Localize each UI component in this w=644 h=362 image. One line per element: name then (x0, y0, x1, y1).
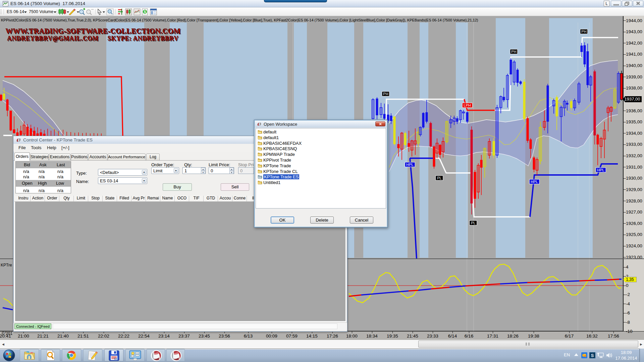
svg-text:HPL: HPL (406, 163, 413, 167)
svg-text:PH: PH (581, 29, 586, 34)
svg-text:7500 Volume: 7500 Volume (29, 9, 53, 14)
svg-text:64: 64 (114, 358, 117, 360)
svg-text:LPH: LPH (464, 103, 471, 107)
svg-text:$: $ (144, 10, 146, 14)
svg-text:PH: PH (383, 92, 388, 96)
svg-text:S: S (591, 353, 594, 358)
svg-text:HPL: HPL (531, 180, 538, 184)
svg-text:HPL: HPL (597, 168, 604, 172)
svg-text:ES 06-14: ES 06-14 (7, 9, 24, 14)
svg-text:PL: PL (471, 221, 475, 225)
svg-text:PH: PH (511, 50, 516, 54)
svg-text:PL: PL (437, 176, 441, 180)
